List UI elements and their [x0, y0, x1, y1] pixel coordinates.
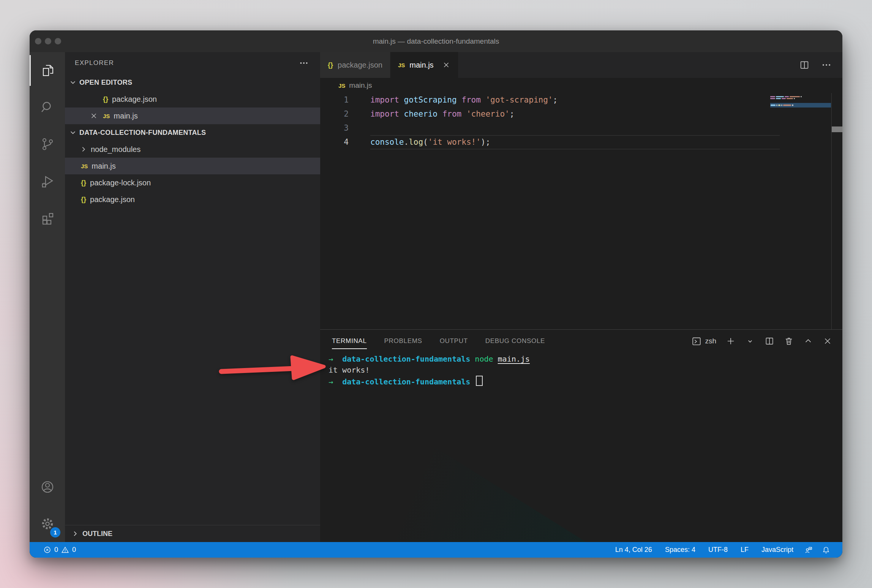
chevron-right-icon [79, 144, 88, 154]
javascript-file-icon: JS [398, 62, 405, 68]
minimap-token [792, 104, 793, 106]
breadcrumb-file: main.js [349, 81, 372, 90]
kill-terminal-icon[interactable] [784, 336, 794, 346]
code-text: import cheerio from 'cheerio'; [370, 107, 514, 121]
files-icon [39, 62, 56, 79]
token: 'cheerio' [466, 109, 510, 119]
activity-settings[interactable]: 1 [30, 505, 65, 542]
code-editor[interactable]: 1import gotScraping from 'got-scraping';… [320, 93, 842, 329]
activity-extensions[interactable] [30, 199, 65, 236]
section-label: DATA-COLLECTION-FUNDAMENTALS [79, 129, 206, 137]
close-editor-icon[interactable] [87, 112, 101, 120]
activity-source-control[interactable] [30, 126, 65, 163]
scrollbar-thumb[interactable] [832, 126, 842, 132]
file-item[interactable]: {}package-lock.json [65, 174, 320, 191]
settings-badge: 1 [50, 527, 60, 537]
new-terminal-icon[interactable] [726, 336, 736, 346]
file-item[interactable]: JSmain.js [65, 158, 320, 174]
section-outline[interactable]: OUTLINE [65, 525, 320, 542]
panel-tab-terminal[interactable]: TERMINAL [323, 330, 376, 352]
line-number: 4 [320, 135, 370, 149]
minimap-token [790, 96, 800, 97]
more-actions-icon[interactable] [299, 58, 309, 68]
explorer-sidebar: EXPLORER OPEN EDITORS {}package.jsonJSma… [65, 52, 320, 542]
token: . [404, 138, 409, 147]
terminal-token [493, 354, 498, 364]
shell-label: zsh [705, 337, 716, 345]
chevron-down-icon [68, 128, 78, 138]
json-file-icon: {} [81, 179, 86, 187]
run-debug-icon [39, 173, 56, 190]
account-icon [39, 479, 56, 495]
activity-search[interactable] [30, 89, 65, 126]
close-panel-icon[interactable] [823, 336, 833, 346]
token: import [370, 109, 404, 119]
minimap-token [782, 98, 786, 99]
folder-item[interactable]: node_modules [65, 141, 320, 158]
file-label: package.json [112, 95, 157, 104]
workbench: 1 EXPLORER OPEN EDITORS {}package.jsonJS… [30, 52, 842, 542]
code-line-2: 2import cheerio from 'cheerio'; [320, 107, 842, 121]
error-icon [43, 546, 51, 554]
terminal-dropdown-icon[interactable] [745, 336, 755, 346]
status-cursor-position[interactable]: Ln 4, Col 26 [609, 546, 659, 554]
section-label: OPEN EDITORS [79, 79, 132, 87]
section-workspace-folder[interactable]: DATA-COLLECTION-FUNDAMENTALS [65, 124, 320, 141]
javascript-file-icon: JS [81, 163, 88, 169]
open-editor-item[interactable]: {}package.json [65, 91, 320, 107]
terminal-token [333, 354, 342, 364]
activity-run-debug[interactable] [30, 163, 65, 199]
minimap-token [787, 98, 793, 99]
zoom-window-button[interactable] [55, 38, 61, 44]
split-terminal-icon[interactable] [765, 336, 774, 346]
token: ( [423, 138, 428, 147]
file-label: main.js [92, 162, 115, 171]
status-indentation[interactable]: Spaces: 4 [659, 546, 702, 554]
close-window-button[interactable] [35, 38, 41, 44]
terminal-token: data-collection-fundamentals [342, 377, 470, 386]
section-label: OUTLINE [82, 530, 112, 538]
minimap-token [776, 98, 781, 99]
minimap[interactable] [770, 96, 831, 107]
vscode-window: main.js — data-collection-fundamentals 1… [30, 30, 842, 558]
status-encoding[interactable]: UTF-8 [702, 546, 734, 554]
token: from [457, 95, 486, 104]
notifications-bell-icon[interactable] [817, 546, 835, 554]
terminal-output[interactable]: → data-collection-fundamentals node main… [320, 352, 842, 542]
terminal-icon [692, 336, 701, 346]
terminal-token: → [329, 354, 333, 364]
terminal-cursor [476, 376, 483, 386]
shell-selector[interactable]: zsh [692, 336, 716, 346]
status-language[interactable]: JavaScript [755, 546, 800, 554]
file-item[interactable]: {}package.json [65, 191, 320, 208]
open-editor-item[interactable]: JSmain.js [65, 107, 320, 124]
file-tree: node_modulesJSmain.js{}package-lock.json… [65, 141, 320, 208]
more-actions-icon[interactable] [821, 60, 832, 70]
close-tab-icon[interactable] [442, 61, 450, 69]
chevron-down-icon [68, 77, 78, 87]
tab-package-json[interactable]: {}package.json [320, 52, 390, 78]
activity-explorer[interactable] [30, 52, 65, 89]
feedback-icon[interactable] [800, 546, 817, 554]
split-editor-icon[interactable] [799, 60, 810, 70]
editor-actions [799, 52, 842, 78]
token: import [370, 95, 404, 104]
tab-main-js[interactable]: JSmain.js [390, 52, 458, 78]
status-eol[interactable]: LF [734, 546, 755, 554]
editor-scrollbar [831, 93, 842, 329]
minimize-window-button[interactable] [45, 38, 51, 44]
panel-tab-output[interactable]: OUTPUT [431, 330, 477, 352]
window-titlebar[interactable]: main.js — data-collection-fundamentals [30, 30, 842, 52]
activity-account[interactable] [30, 468, 65, 505]
panel-tab-problems[interactable]: PROBLEMS [376, 330, 431, 352]
status-bar-right: Ln 4, Col 26Spaces: 4UTF-8LFJavaScript [609, 546, 835, 554]
section-open-editors[interactable]: OPEN EDITORS [65, 74, 320, 91]
problems-summary[interactable]: 0 0 [43, 546, 76, 554]
token: gotScraping [404, 95, 457, 104]
maximize-panel-icon[interactable] [803, 336, 813, 346]
breadcrumb[interactable]: JS main.js [320, 78, 842, 93]
token: console [370, 138, 404, 147]
panel-tab-debug-console[interactable]: DEBUG CONSOLE [477, 330, 554, 352]
token: ; [553, 95, 558, 104]
bottom-panel: TERMINALPROBLEMSOUTPUTDEBUG CONSOLE zsh [320, 329, 842, 542]
